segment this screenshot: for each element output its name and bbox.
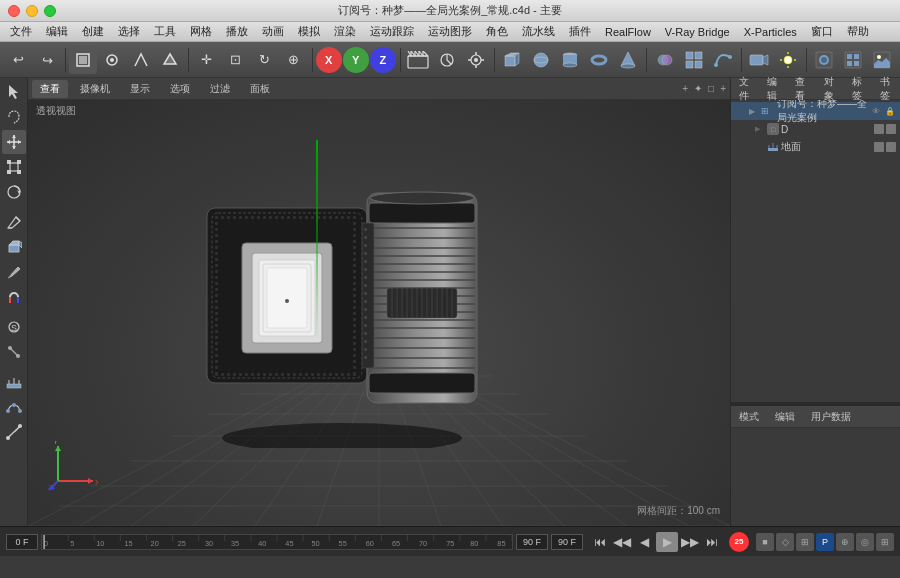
status-icon-6[interactable]: ◎ — [856, 533, 874, 551]
axis-x-btn[interactable]: X — [316, 47, 342, 73]
sphere-btn[interactable] — [527, 46, 555, 74]
picture-viewer-btn[interactable] — [868, 46, 896, 74]
menu-animate[interactable]: 动画 — [256, 22, 290, 41]
cylinder-btn[interactable] — [556, 46, 584, 74]
go-end-btn[interactable]: ⏭ — [702, 532, 722, 552]
menu-motion-track[interactable]: 运动跟踪 — [364, 22, 420, 41]
prop-tab-mode[interactable]: 模式 — [735, 408, 763, 426]
menu-render[interactable]: 渲染 — [328, 22, 362, 41]
minimize-button[interactable] — [26, 5, 38, 17]
scale-btn[interactable] — [2, 155, 26, 179]
menu-simulate[interactable]: 模拟 — [292, 22, 326, 41]
status-icon-7[interactable]: ⊞ — [876, 533, 894, 551]
menu-file[interactable]: 文件 — [4, 22, 38, 41]
mode-model-btn[interactable] — [69, 46, 97, 74]
menu-mograph[interactable]: 运动图形 — [422, 22, 478, 41]
status-icon-4[interactable]: P — [816, 533, 834, 551]
tree-eye-icon[interactable]: 👁 — [870, 105, 882, 117]
array-btn[interactable] — [680, 46, 708, 74]
move-tool-btn[interactable]: ✛ — [193, 46, 221, 74]
menu-pipeline[interactable]: 流水线 — [516, 22, 561, 41]
status-icon-1[interactable]: ■ — [756, 533, 774, 551]
mode-points-btn[interactable] — [98, 46, 126, 74]
joint-btn[interactable] — [2, 340, 26, 364]
close-button[interactable] — [8, 5, 20, 17]
undo-button[interactable]: ↩ — [4, 46, 32, 74]
play-back-btn[interactable]: ◀ — [634, 532, 654, 552]
next-frame-btn[interactable]: ▶▶ — [680, 532, 700, 552]
menu-help[interactable]: 帮助 — [841, 22, 875, 41]
menu-create[interactable]: 创建 — [76, 22, 110, 41]
prev-frame-btn[interactable]: ◀◀ — [612, 532, 632, 552]
light-btn[interactable] — [774, 46, 802, 74]
render-settings-btn[interactable] — [462, 46, 490, 74]
prop-tab-userdata[interactable]: 用户数据 — [807, 408, 855, 426]
status-icon-5[interactable]: ⊕ — [836, 533, 854, 551]
select-tool-btn[interactable] — [2, 80, 26, 104]
spline-btn[interactable] — [709, 46, 737, 74]
vp-tab-display[interactable]: 显示 — [122, 80, 158, 98]
nurbs-btn[interactable] — [2, 395, 26, 419]
rotate-btn[interactable] — [2, 180, 26, 204]
lasso-btn[interactable] — [2, 105, 26, 129]
mode-edges-btn[interactable] — [127, 46, 155, 74]
tree-floor-eye[interactable] — [874, 142, 884, 152]
mode-polys-btn[interactable] — [156, 46, 184, 74]
axis-z-btn[interactable]: Z — [370, 47, 396, 73]
extrude-btn[interactable] — [2, 235, 26, 259]
status-icon-2[interactable]: ◇ — [776, 533, 794, 551]
tree-item-root[interactable]: ▶ ⊞ 订阅号：种梦——全局光案例 👁 🔒 — [731, 102, 900, 120]
floor-btn[interactable] — [2, 370, 26, 394]
tree-d-lock[interactable] — [886, 124, 896, 134]
prop-tab-edit[interactable]: 编辑 — [771, 408, 799, 426]
paint-btn[interactable]: S — [2, 315, 26, 339]
vp-tab-filter[interactable]: 过滤 — [202, 80, 238, 98]
redo-button[interactable]: ↩ — [33, 46, 61, 74]
keyframe-btn[interactable] — [433, 46, 461, 74]
menu-select[interactable]: 选择 — [112, 22, 146, 41]
move-btn[interactable] — [2, 130, 26, 154]
camera-btn[interactable] — [745, 46, 773, 74]
tree-arrow-expand[interactable]: ▶ — [749, 107, 759, 116]
menu-play[interactable]: 播放 — [220, 22, 254, 41]
vp-tab-camera[interactable]: 摄像机 — [72, 80, 118, 98]
status-icon-3[interactable]: ⊞ — [796, 533, 814, 551]
cone-btn[interactable] — [614, 46, 642, 74]
transform-btn[interactable]: ⊕ — [280, 46, 308, 74]
clapper-btn[interactable] — [404, 46, 432, 74]
menu-window[interactable]: 窗口 — [805, 22, 839, 41]
tree-floor-lock[interactable] — [886, 142, 896, 152]
viewport[interactable]: 查看 摄像机 显示 选项 过滤 面板 + ✦ □ + 透视视图 — [28, 78, 730, 526]
boole-btn[interactable] — [651, 46, 679, 74]
vp-tab-view[interactable]: 查看 — [32, 80, 68, 98]
rotate-tool-btn[interactable]: ↻ — [251, 46, 279, 74]
torus-btn[interactable] — [585, 46, 613, 74]
tree-item-d[interactable]: ▶ □ D — [731, 120, 900, 138]
menu-xparticles[interactable]: X-Particles — [738, 24, 803, 40]
tree-arrow-floor[interactable]: ▶ — [755, 143, 765, 151]
menu-vray[interactable]: V-Ray Bridge — [659, 24, 736, 40]
play-forward-btn[interactable]: ▶ — [656, 532, 678, 552]
menu-plugins[interactable]: 插件 — [563, 22, 597, 41]
vp-tab-panel[interactable]: 面板 — [242, 80, 278, 98]
menu-mesh[interactable]: 网格 — [184, 22, 218, 41]
menu-realflow[interactable]: RealFlow — [599, 24, 657, 40]
scale-tool-btn[interactable]: ⊡ — [222, 46, 250, 74]
cube-btn[interactable] — [498, 46, 526, 74]
frame-end-input1[interactable] — [516, 534, 548, 550]
axis-y-btn[interactable]: Y — [343, 47, 369, 73]
pen-btn[interactable] — [2, 210, 26, 234]
tree-lock-icon[interactable]: 🔒 — [884, 105, 896, 117]
render-active-btn[interactable] — [810, 46, 838, 74]
vp-tab-options[interactable]: 选项 — [162, 80, 198, 98]
tree-item-floor[interactable]: ▶ 地面 — [731, 138, 900, 156]
menu-tools[interactable]: 工具 — [148, 22, 182, 41]
tree-d-eye[interactable] — [874, 124, 884, 134]
frame-start-input[interactable] — [6, 534, 38, 550]
deformer-btn[interactable] — [2, 420, 26, 444]
menu-edit[interactable]: 编辑 — [40, 22, 74, 41]
knife-btn[interactable] — [2, 260, 26, 284]
go-start-btn[interactable]: ⏮ — [590, 532, 610, 552]
render-all-btn[interactable] — [839, 46, 867, 74]
frame-end-input2[interactable] — [551, 534, 583, 550]
